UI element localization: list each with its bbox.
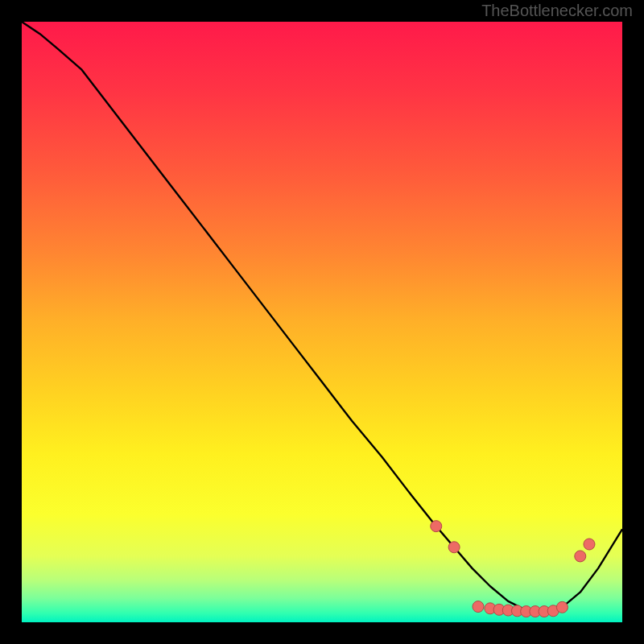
data-marker bbox=[448, 542, 460, 553]
data-marker bbox=[584, 539, 595, 550]
chart-svg bbox=[22, 22, 622, 622]
attribution-label: TheBottlenecker.com bbox=[481, 2, 633, 20]
data-marker bbox=[431, 521, 442, 532]
bottleneck-chart bbox=[22, 22, 622, 622]
chart-background bbox=[22, 22, 622, 622]
data-marker bbox=[473, 601, 484, 613]
data-marker bbox=[556, 601, 568, 613]
data-marker bbox=[575, 551, 586, 562]
